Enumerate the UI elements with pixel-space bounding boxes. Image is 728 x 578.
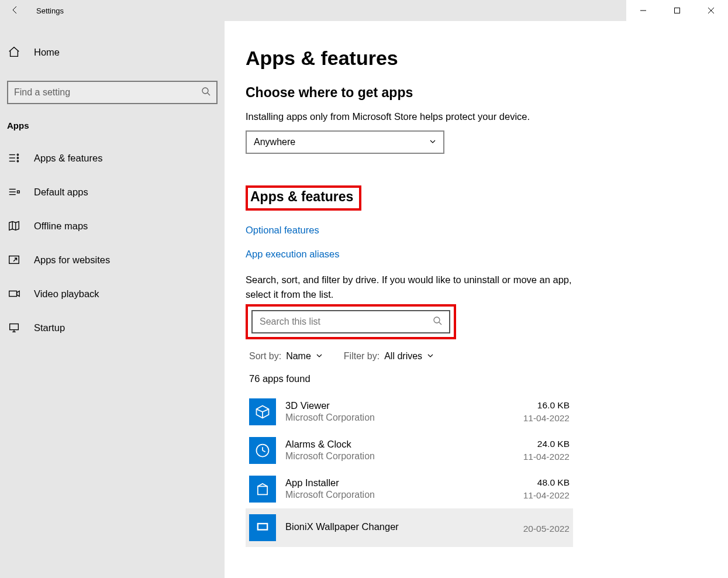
svg-line-26: [439, 322, 441, 325]
filter-value: All drives: [384, 351, 422, 362]
svg-rect-20: [9, 291, 17, 296]
sidebar-item-video-playback[interactable]: Video playback: [0, 277, 225, 311]
close-button[interactable]: [694, 0, 728, 21]
sort-value: Name: [286, 351, 311, 362]
app-name: Alarms & Clock: [285, 439, 514, 450]
sort-by-dropdown[interactable]: Sort by: Name: [249, 351, 323, 362]
find-setting-placeholder: Find a setting: [14, 87, 70, 98]
app-date: 20-05-2022: [523, 524, 570, 534]
apps-features-heading: Apps & features: [250, 189, 353, 205]
app-row-3d-viewer[interactable]: 3D Viewer Microsoft Corporation 16.0 KB …: [246, 393, 573, 431]
app-execution-aliases-link[interactable]: App execution aliases: [246, 249, 707, 260]
sidebar-item-apps-features[interactable]: Apps & features: [0, 141, 225, 175]
app-list-search[interactable]: Search this list: [251, 310, 450, 333]
svg-rect-15: [18, 191, 20, 193]
choose-heading: Choose where to get apps: [246, 85, 707, 101]
list-search-highlight: Search this list: [246, 304, 456, 339]
chevron-down-icon: [316, 351, 323, 362]
app-size: 48.0 KB: [523, 477, 570, 488]
svg-point-10: [17, 157, 18, 159]
app-name: 3D Viewer: [285, 400, 514, 411]
apps-features-heading-highlight: Apps & features: [246, 185, 361, 211]
sidebar-item-offline-maps[interactable]: Offline maps: [0, 209, 225, 243]
maximize-button[interactable]: [660, 0, 694, 21]
app-row-bionix[interactable]: BioniX Wallpaper Changer 20-05-2022: [246, 508, 573, 547]
choose-desc: Installing apps only from Microsoft Stor…: [246, 111, 707, 122]
home-label: Home: [34, 47, 60, 58]
app-list: 3D Viewer Microsoft Corporation 16.0 KB …: [246, 393, 707, 547]
sidebar-item-apps-for-websites[interactable]: Apps for websites: [0, 243, 225, 277]
sidebar-item-label: Startup: [34, 322, 65, 333]
svg-rect-36: [258, 524, 267, 529]
filter-by-dropdown[interactable]: Filter by: All drives: [344, 351, 434, 362]
app-date: 11-04-2022: [523, 452, 570, 462]
apps-features-icon: [7, 151, 21, 165]
sidebar: Home Find a setting Apps Apps & features…: [0, 21, 225, 578]
default-apps-icon: [7, 185, 21, 199]
app-publisher: Microsoft Corporation: [285, 412, 514, 423]
app-publisher: Microsoft Corporation: [285, 490, 514, 500]
home-icon: [7, 45, 21, 59]
app-icon-alarms-clock: [249, 437, 276, 464]
sidebar-item-default-apps[interactable]: Default apps: [0, 175, 225, 209]
sidebar-item-label: Offline maps: [34, 221, 88, 232]
window-title: Settings: [36, 6, 64, 15]
app-list-search-placeholder: Search this list: [260, 316, 320, 327]
app-date: 11-04-2022: [523, 490, 570, 501]
app-name: App Installer: [285, 477, 514, 488]
filter-label: Filter by:: [344, 351, 379, 362]
startup-icon: [7, 321, 21, 335]
sidebar-item-label: Default apps: [34, 187, 88, 198]
app-source-dropdown[interactable]: Anywhere: [246, 130, 444, 154]
chevron-down-icon: [429, 137, 436, 147]
app-name: BioniX Wallpaper Changer: [285, 521, 514, 532]
app-icon-3d-viewer: [249, 398, 276, 425]
svg-point-4: [202, 88, 208, 94]
app-size: 16.0 KB: [523, 400, 570, 411]
app-size: 24.0 KB: [523, 439, 570, 449]
list-help-text: Search, sort, and filter by drive. If yo…: [246, 273, 573, 302]
find-setting-search[interactable]: Find a setting: [7, 81, 218, 104]
app-row-app-installer[interactable]: App Installer Microsoft Corporation 48.0…: [246, 470, 573, 508]
svg-line-19: [13, 258, 17, 262]
chevron-down-icon: [427, 351, 434, 362]
offline-maps-icon: [7, 219, 21, 233]
app-date: 11-04-2022: [523, 413, 570, 424]
app-icon-app-installer: [249, 476, 276, 503]
app-source-value: Anywhere: [254, 137, 295, 147]
svg-point-9: [17, 154, 18, 155]
video-playback-icon: [7, 287, 21, 301]
sidebar-item-startup[interactable]: Startup: [0, 311, 225, 345]
home-button[interactable]: Home: [0, 35, 225, 69]
svg-rect-22: [10, 324, 19, 330]
titlebar: Settings: [0, 0, 728, 21]
search-icon: [201, 87, 211, 98]
svg-point-11: [17, 160, 18, 161]
sidebar-item-label: Apps for websites: [34, 254, 110, 266]
app-count: 76 apps found: [246, 373, 707, 384]
back-icon[interactable]: [11, 5, 20, 16]
svg-line-28: [257, 409, 263, 412]
svg-rect-18: [9, 256, 19, 264]
apps-websites-icon: [7, 253, 21, 267]
app-icon-bionix: [249, 514, 276, 541]
page-title: Apps & features: [246, 47, 707, 70]
minimize-button[interactable]: [626, 0, 660, 21]
svg-line-5: [208, 93, 210, 95]
sort-label: Sort by:: [249, 351, 281, 362]
search-icon: [433, 316, 442, 328]
window-controls: [626, 0, 728, 21]
main-content: Apps & features Choose where to get apps…: [225, 21, 728, 578]
optional-features-link[interactable]: Optional features: [246, 225, 707, 236]
svg-point-25: [434, 317, 440, 323]
svg-line-33: [263, 450, 265, 452]
sidebar-section-label: Apps: [0, 115, 225, 141]
sidebar-item-label: Apps & features: [34, 153, 102, 164]
sidebar-item-label: Video playback: [34, 288, 99, 300]
app-row-alarms-clock[interactable]: Alarms & Clock Microsoft Corporation 24.…: [246, 431, 573, 470]
svg-line-29: [263, 409, 269, 412]
app-publisher: Microsoft Corporation: [285, 451, 514, 462]
svg-rect-1: [675, 8, 680, 13]
